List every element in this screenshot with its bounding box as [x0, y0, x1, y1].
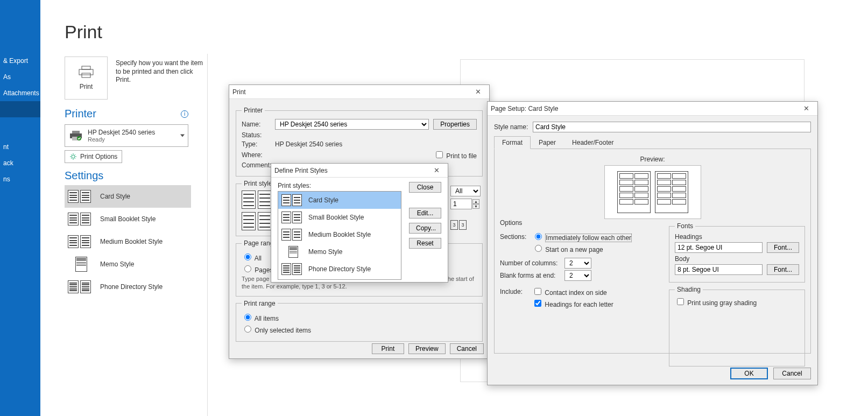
blank-forms-label: Blank forms at end:	[500, 272, 564, 279]
printer-icon	[78, 66, 94, 79]
where-label: Where:	[242, 151, 263, 159]
print-dialog-preview-button[interactable]: Preview	[408, 343, 446, 354]
sections-follow-radio[interactable]: Immediately follow each other	[532, 231, 632, 242]
headings-label: Headings	[675, 233, 799, 241]
style-memo[interactable]: Memo Style	[65, 253, 191, 276]
info-icon[interactable]: i	[181, 110, 188, 118]
close-icon[interactable]: ✕	[470, 87, 486, 97]
settings-heading: Settings	[65, 170, 191, 182]
svg-rect-4	[79, 69, 93, 75]
options-group-label: Options	[500, 219, 522, 227]
tab-paper[interactable]: Paper	[531, 136, 564, 149]
phone-directory-icon	[68, 280, 95, 293]
svg-point-10	[72, 155, 75, 158]
style-small-booklet[interactable]: Small Booklet Style	[65, 208, 191, 230]
include-label: Include:	[500, 288, 532, 295]
list-item[interactable]: Card Style	[278, 192, 401, 209]
style-name-label: Style name:	[494, 123, 533, 131]
close-icon[interactable]: ✕	[428, 165, 444, 176]
side-nav: & Export As Attachments nt ack ns	[0, 0, 40, 416]
print-styles-label: Print styles:	[278, 182, 403, 189]
gray-shading-checkbox[interactable]: Print using gray shading	[675, 299, 757, 307]
include-contact-index-checkbox[interactable]: Contact index on side	[532, 286, 607, 297]
preview-label: Preview:	[604, 156, 701, 163]
print-dialog-print-button[interactable]: Print	[372, 343, 404, 354]
nav-feedback[interactable]: ack	[0, 155, 40, 171]
list-item[interactable]: Phone Directory Style	[278, 260, 401, 278]
list-item[interactable]: Small Booklet Style	[278, 209, 401, 226]
tab-header-footer[interactable]: Header/Footer	[564, 136, 622, 149]
setup-ok-button[interactable]: OK	[730, 368, 768, 379]
nav-account[interactable]: nt	[0, 139, 40, 155]
headings-font-input[interactable]	[675, 242, 763, 253]
body-font-button[interactable]: Font...	[767, 264, 799, 275]
collate-icon: 3 3	[450, 220, 483, 230]
styles-copy-button[interactable]: Copy...	[409, 223, 441, 234]
list-item[interactable]: Medium Booklet Style	[278, 226, 401, 243]
print-button-tile[interactable]: Print	[65, 57, 108, 100]
define-print-styles-dialog: Define Print Styles ✕ Print styles: Card…	[271, 163, 448, 283]
printer-dropdown[interactable]: HP Deskjet 2540 series Ready	[65, 124, 188, 147]
styles-reset-button[interactable]: Reset	[409, 238, 441, 249]
nav-options[interactable]: ns	[0, 171, 40, 187]
blank-forms-select[interactable]: 2	[564, 270, 591, 281]
nav-print[interactable]	[0, 101, 40, 117]
status-label: Status:	[242, 131, 275, 139]
print-tile-label: Print	[80, 83, 93, 90]
shading-group: Shading Print using gray shading	[669, 286, 805, 366]
properties-button[interactable]: Properties	[433, 119, 477, 130]
print-range-all-radio[interactable]: All items	[242, 312, 279, 322]
setup-cancel-button[interactable]: Cancel	[773, 368, 811, 379]
nav-attachments[interactable]: Attachments	[0, 85, 40, 101]
nav-saveas[interactable]: As	[0, 69, 40, 85]
printer-name-select[interactable]: HP Deskjet 2540 series	[275, 119, 429, 130]
style-medium-booklet[interactable]: Medium Booklet Style	[65, 230, 191, 253]
print-styles-list[interactable]: Card Style Small Booklet Style Medium Bo…	[278, 191, 401, 280]
page-range-pages-radio[interactable]: Pages:	[242, 264, 275, 274]
style-name-input[interactable]	[533, 122, 811, 132]
sections-newpage-radio[interactable]: Start on a new page	[532, 243, 603, 253]
style-label: Memo Style	[100, 260, 134, 268]
print-options-button[interactable]: Print Options	[65, 150, 122, 163]
styles-dialog-title: Define Print Styles	[274, 167, 328, 174]
print-dialog-cancel-button[interactable]: Cancel	[450, 343, 484, 354]
close-icon[interactable]: ✕	[798, 103, 814, 114]
style-card[interactable]: Card Style	[65, 185, 191, 208]
num-cols-select[interactable]: 2	[564, 258, 591, 269]
card-style-icon	[68, 190, 95, 203]
fonts-group: Fonts Headings Font... Body Font...	[669, 222, 805, 283]
page-range-all-radio[interactable]: All	[242, 252, 262, 262]
small-booklet-icon	[68, 213, 95, 225]
headings-font-button[interactable]: Font...	[767, 242, 799, 253]
page-title: Print	[65, 22, 102, 43]
style-phone-directory[interactable]: Phone Directory Style	[65, 276, 191, 298]
svg-rect-5	[82, 73, 90, 77]
list-item[interactable]: Memo Style	[278, 243, 401, 260]
styles-edit-button[interactable]: Edit...	[409, 208, 441, 218]
print-to-file-label: Print to file	[446, 152, 477, 160]
print-to-file-checkbox[interactable]: Print to file	[434, 150, 477, 160]
copies-all-select[interactable]: All	[450, 186, 481, 196]
nav-export[interactable]: & Export	[0, 53, 40, 69]
copies-input[interactable]	[450, 199, 472, 209]
printer-status: Ready	[88, 136, 155, 143]
include-headings-checkbox[interactable]: Headings for each letter	[532, 298, 613, 308]
print-tile-desc: Specify how you want the item to be prin…	[116, 59, 207, 84]
print-style-group-label: Print style	[242, 180, 274, 187]
print-range-selected-radio[interactable]: Only selected items	[242, 324, 311, 334]
printer-group-label: Printer	[242, 107, 265, 114]
num-cols-label: Number of columns:	[500, 259, 564, 267]
memo-style-icon	[68, 257, 95, 272]
style-label: Medium Booklet Style	[100, 238, 163, 245]
tab-format[interactable]: Format	[494, 136, 531, 149]
style-label: Phone Directory Style	[100, 283, 163, 291]
divider	[207, 54, 208, 416]
gear-icon	[69, 153, 77, 160]
printer-name: HP Deskjet 2540 series	[88, 129, 155, 136]
print-options-label: Print Options	[80, 153, 117, 160]
type-value: HP Deskjet 2540 series	[275, 140, 342, 148]
body-font-input[interactable]	[675, 264, 763, 275]
printer-device-icon	[69, 130, 82, 141]
medium-booklet-icon	[68, 235, 95, 248]
styles-close-button[interactable]: Close	[409, 182, 441, 193]
